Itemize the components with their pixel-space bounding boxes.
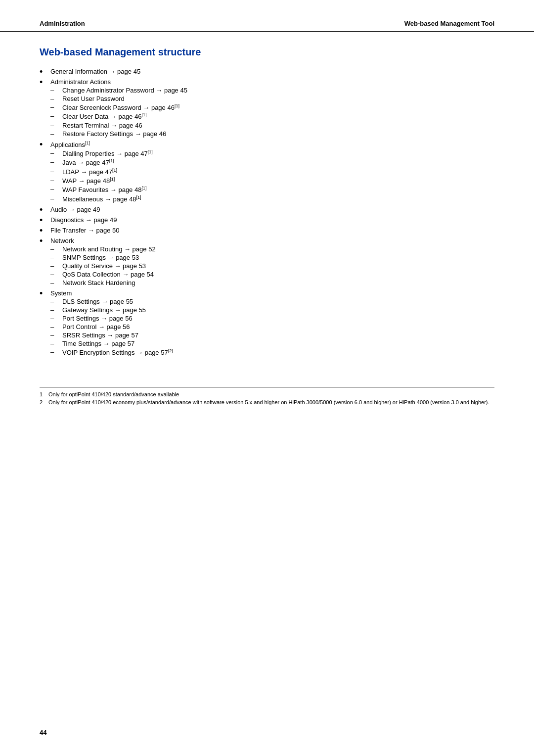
- sub-item-text: WAP Favourites → page 48[1]: [62, 186, 146, 193]
- sub-list-item: –Restore Factory Settings → page 46: [50, 130, 494, 138]
- page-header: Administration Web-based Management Tool: [0, 0, 534, 32]
- sub-list-network: –Network and Routing → page 52–SNMP Sett…: [50, 245, 494, 286]
- sub-item-text: Gateway Settings → page 55: [62, 306, 146, 314]
- footnote-2: 2Only for optiPoint 410/420 economy plus…: [40, 399, 494, 405]
- sub-list-item: –Clear User Data → page 46[1]: [50, 112, 494, 120]
- sub-list-item: –DLS Settings → page 55: [50, 298, 494, 305]
- sub-list-item: –Port Settings → page 56: [50, 315, 494, 322]
- sub-list-item: –Dialling Properties → page 47[1]: [50, 149, 494, 157]
- list-item-content: Audio → page 49: [50, 206, 494, 213]
- sub-list-system: –DLS Settings → page 55–Gateway Settings…: [50, 298, 494, 356]
- main-list-item-file-transfer: •File Transfer → page 50: [40, 227, 494, 235]
- list-item-content: System–DLS Settings → page 55–Gateway Se…: [50, 289, 494, 357]
- dash-icon: –: [50, 130, 60, 138]
- dash-icon: –: [50, 306, 60, 314]
- sub-list-item: –Quality of Service → page 53: [50, 262, 494, 270]
- item-text: General Information → page 45: [50, 68, 140, 75]
- dash-icon: –: [50, 323, 60, 331]
- sub-item-text: Dialling Properties → page 47[1]: [62, 149, 153, 157]
- item-text: File Transfer → page 50: [50, 227, 119, 234]
- footnote-number: 1: [40, 391, 45, 397]
- list-item-content: Administrator Actions–Change Administrat…: [50, 78, 494, 139]
- sub-list-item: –WAP Favourites → page 48[1]: [50, 186, 494, 193]
- sub-item-text: DLS Settings → page 55: [62, 298, 133, 305]
- sub-list-item: –SRSR Settings → page 57: [50, 331, 494, 339]
- item-text: Diagnostics → page 49: [50, 216, 117, 224]
- sub-item-text: Restore Factory Settings → page 46: [62, 130, 166, 138]
- list-item-content: Applications[1]–Dialling Properties → pa…: [50, 141, 494, 204]
- sub-item-text: Time Settings → page 57: [62, 340, 134, 347]
- dash-icon: –: [50, 245, 60, 253]
- page-content: Web-based Management structure •General …: [0, 32, 534, 427]
- dash-icon: –: [50, 149, 60, 157]
- page: Administration Web-based Management Tool…: [0, 0, 534, 756]
- sub-list-item: –LDAP → page 47[1]: [50, 168, 494, 176]
- dash-icon: –: [50, 103, 60, 111]
- sub-list-item: –VOIP Encryption Settings → page 57[2]: [50, 348, 494, 356]
- footnote-text: Only for optiPoint 410/420 standard/adva…: [48, 391, 179, 397]
- sub-list-item: –Reset User Password: [50, 95, 494, 102]
- dash-icon: –: [50, 158, 60, 166]
- dash-icon: –: [50, 340, 60, 347]
- dash-icon: –: [50, 195, 60, 202]
- list-item-content: File Transfer → page 50: [50, 227, 494, 234]
- sub-list-item: –Java → page 47[1]: [50, 158, 494, 166]
- sub-item-text: LDAP → page 47[1]: [62, 168, 117, 176]
- dash-icon: –: [50, 315, 60, 322]
- bullet-icon: •: [40, 67, 47, 76]
- sub-list-applications: –Dialling Properties → page 47[1]–Java →…: [50, 149, 494, 203]
- sub-item-text: Reset User Password: [62, 95, 125, 102]
- bullet-icon: •: [40, 78, 47, 87]
- dash-icon: –: [50, 331, 60, 339]
- footnote-1: 1Only for optiPoint 410/420 standard/adv…: [40, 391, 494, 397]
- page-number: 44: [40, 729, 46, 736]
- sub-list-item: –QoS Data Collection → page 54: [50, 271, 494, 278]
- main-list-item-network: •Network–Network and Routing → page 52–S…: [40, 237, 494, 287]
- bullet-icon: •: [40, 205, 47, 214]
- dash-icon: –: [50, 122, 60, 129]
- sub-item-text: Network Stack Hardening: [62, 279, 135, 286]
- item-text: Administrator Actions: [50, 78, 111, 86]
- dash-icon: –: [50, 348, 60, 356]
- header-right: Web-based Management Tool: [404, 20, 494, 27]
- bullet-icon: •: [40, 226, 47, 235]
- main-list-item-system: •System–DLS Settings → page 55–Gateway S…: [40, 289, 494, 357]
- sub-list-admin-actions: –Change Administrator Password → page 45…: [50, 87, 494, 138]
- list-item-content: General Information → page 45: [50, 68, 494, 75]
- sub-item-text: SNMP Settings → page 53: [62, 254, 139, 261]
- bullet-icon: •: [40, 216, 47, 225]
- header-left: Administration: [40, 20, 85, 27]
- dash-icon: –: [50, 262, 60, 270]
- sub-item-text: Java → page 47[1]: [62, 158, 114, 166]
- sub-list-item: –Network and Routing → page 52: [50, 245, 494, 253]
- footnote-number: 2: [40, 399, 45, 405]
- sub-list-item: –Network Stack Hardening: [50, 279, 494, 286]
- item-text: Applications[1]: [50, 141, 90, 148]
- main-list-item-admin-actions: •Administrator Actions–Change Administra…: [40, 78, 494, 139]
- dash-icon: –: [50, 177, 60, 184]
- sub-item-text: Port Control → page 56: [62, 323, 130, 331]
- main-list-item-applications: •Applications[1]–Dialling Properties → p…: [40, 141, 494, 204]
- dash-icon: –: [50, 168, 60, 175]
- sub-list-item: –Restart Terminal → page 46: [50, 122, 494, 129]
- main-list-item-audio: •Audio → page 49: [40, 206, 494, 214]
- dash-icon: –: [50, 271, 60, 278]
- sub-item-text: Port Settings → page 56: [62, 315, 133, 322]
- list-item-content: Diagnostics → page 49: [50, 216, 494, 224]
- sub-item-text: QoS Data Collection → page 54: [62, 271, 154, 278]
- dash-icon: –: [50, 298, 60, 305]
- item-text: Network: [50, 237, 74, 244]
- dash-icon: –: [50, 95, 60, 102]
- sub-list-item: –Gateway Settings → page 55: [50, 306, 494, 314]
- sub-item-text: Restart Terminal → page 46: [62, 122, 142, 129]
- sub-item-text: WAP → page 48[1]: [62, 177, 115, 185]
- sub-item-text: Quality of Service → page 53: [62, 262, 146, 270]
- sub-list-item: –Miscellaneous → page 48[1]: [50, 195, 494, 203]
- dash-icon: –: [50, 186, 60, 193]
- item-text: Audio → page 49: [50, 206, 100, 213]
- page-title: Web-based Management structure: [40, 47, 494, 58]
- sub-item-text: Network and Routing → page 52: [62, 245, 156, 253]
- footnotes: 1Only for optiPoint 410/420 standard/adv…: [40, 387, 494, 405]
- sub-item-text: Clear Screenlock Password → page 46[1]: [62, 103, 179, 111]
- sub-list-item: –WAP → page 48[1]: [50, 177, 494, 185]
